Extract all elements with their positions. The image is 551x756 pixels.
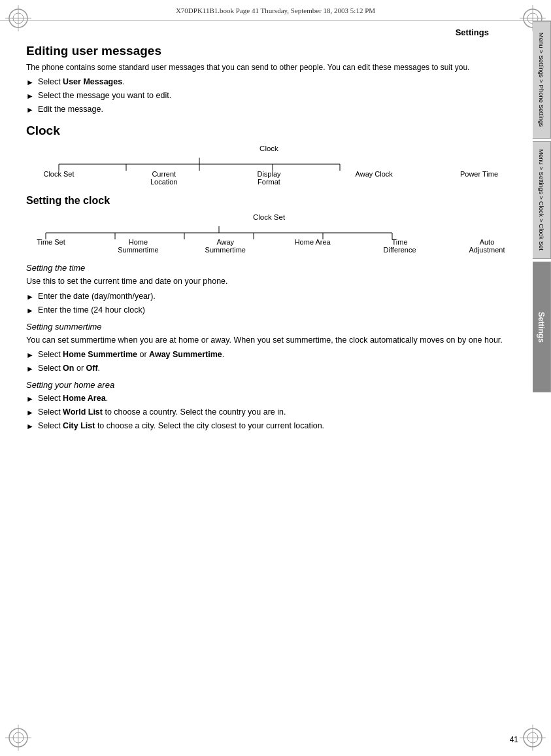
clockset-node-5: TimeDifference [376,238,424,254]
clock-tree-root-label: Clock [26,145,512,152]
tab-clock-set[interactable]: Menu > Settings > Clock > Clock Set [533,141,551,259]
tab-phone-settings[interactable]: Menu > Settings > Phone Settings [533,21,551,139]
clock-tree: Clock Clock Set CurrentLocation DisplayF… [26,145,512,186]
bullet-user-messages: ► Select User Messages. [26,76,512,88]
bullet-arrow-6: ► [26,349,34,361]
bullet-arrow-9: ► [26,407,34,419]
bullet-world-list: ► Select World List to choose a country.… [26,406,512,419]
settings-header: Settings [26,27,512,37]
subsection-summertime-title: Setting summertime [26,322,512,332]
section1-title: Editing user messages [26,44,512,58]
setting-time-intro: Use this to set the current time and dat… [26,275,512,288]
clock-node-1: Clock Set [33,170,85,186]
clock-node-2: CurrentLocation [138,170,190,186]
section1-intro: The phone contains some standard user me… [26,62,512,73]
bullet-arrow-7: ► [26,363,34,375]
right-tabs: Menu > Settings > Phone Settings Menu > … [533,21,551,392]
bullet-arrow-3: ► [26,104,34,116]
bullet-on-off: ► Select On or Off. [26,362,512,375]
bullet-arrow-2: ► [26,90,34,102]
bullet-arrow-1: ► [26,77,34,88]
clock-node-5: Power Time [453,170,505,186]
clockset-node-1: Time Set [27,238,75,254]
bullet-enter-date: ► Enter the date (day/month/year). [26,290,512,303]
main-content: Settings Editing user messages The phone… [20,21,525,730]
bullet-select-message: ► Select the message you want to edit. [26,90,512,102]
bullet-enter-time: ► Enter the time (24 hour clock) [26,304,512,317]
tab-phone-settings-label: Menu > Settings > Phone Settings [538,33,545,127]
bullet-home-area: ► Select Home Area. [26,392,512,405]
section3-title: Setting the clock [26,195,512,207]
bullet-arrow-8: ► [26,393,34,405]
bullet-city-list: ► Select City List to choose a city. Sel… [26,420,512,432]
section2-title: Clock [26,124,512,138]
tab-clock-set-label: Menu > Settings > Clock > Clock Set [538,150,545,251]
clockset-node-3: AwaySummertime [202,238,249,254]
tab-settings-label: Settings [537,311,546,342]
bullet-arrow-5: ► [26,305,34,317]
page-number: 41 [510,735,518,744]
subsection-home-area-title: Setting your home area [26,380,512,390]
clockset-node-2: HomeSummertime [114,238,161,254]
bullet-arrow-10: ► [26,421,34,432]
bullet-edit-message: ► Edit the message. [26,103,512,116]
subsection-setting-time-title: Setting the time [26,263,512,273]
bullet-home-away-summertime: ► Select Home Summertime or Away Summert… [26,349,512,361]
top-bar: X70DPK11B1.book Page 41 Thursday, Septem… [0,0,551,21]
setting-summertime-intro: You can set summertime when you are at h… [26,334,512,347]
clockset-tree-root-label: Clock Set [26,213,512,221]
tab-settings[interactable]: Settings [533,262,551,392]
clockset-node-4: Home Area [289,238,336,254]
clockset-node-6: AutoAdjustment [463,238,510,254]
clockset-tree: Clock Set Time Set HomeSummertime AwaySu… [26,213,512,254]
bullet-arrow-4: ► [26,291,34,303]
top-bar-text: X70DPK11B1.book Page 41 Thursday, Septem… [176,7,375,14]
clock-node-4: Away Clock [348,170,400,186]
clock-node-3: DisplayFormat [243,170,295,186]
